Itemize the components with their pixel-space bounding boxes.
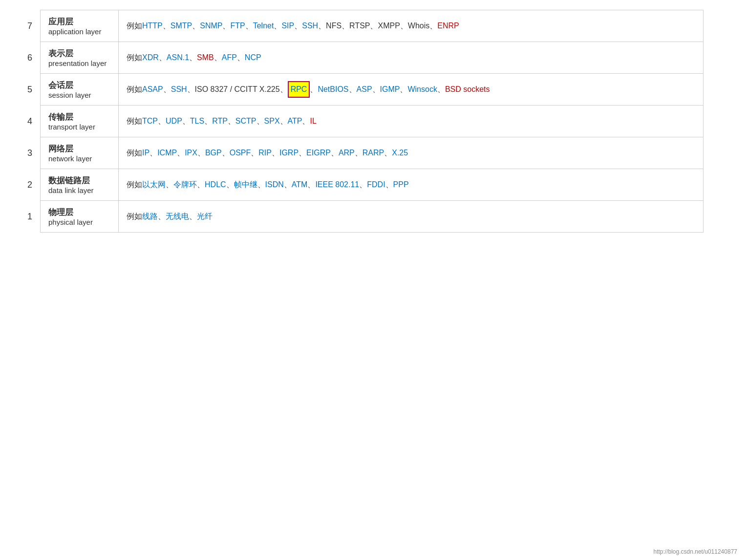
- layer-desc: 例如以太网、令牌环、HDLC、帧中继、ISDN、ATM、IEEE 802.11、…: [119, 169, 704, 201]
- protocol-link[interactable]: 无线电: [166, 212, 189, 220]
- protocol-link[interactable]: RIP: [258, 149, 272, 157]
- layer-desc: 例如ASAP、SSH、ISO 8327 / CCITT X.225、RPC、Ne…: [119, 74, 704, 106]
- table-row: 3网络层network layer例如IP、ICMP、IPX、BGP、OSPF、…: [20, 137, 704, 169]
- layer-number: 1: [20, 201, 41, 233]
- layer-name: 应用层application layer: [41, 10, 119, 42]
- layer-name: 物理层physical layer: [41, 201, 119, 233]
- protocol-link[interactable]: SMB: [197, 53, 214, 62]
- protocol-link[interactable]: SSH: [302, 22, 318, 30]
- layer-name: 表示层presentation layer: [41, 42, 119, 74]
- layer-number: 2: [20, 169, 41, 201]
- protocol-link[interactable]: Winsock: [407, 85, 437, 93]
- layer-en: presentation layer: [48, 59, 110, 67]
- protocol-link[interactable]: SSH: [171, 85, 187, 93]
- table-row: 2数据链路层data link layer例如以太网、令牌环、HDLC、帧中继、…: [20, 169, 704, 201]
- protocol-link[interactable]: SIP: [281, 22, 294, 30]
- table-row: 7应用层application layer例如HTTP、SMTP、SNMP、FT…: [20, 10, 704, 42]
- protocol-link[interactable]: OSPF: [230, 149, 251, 157]
- layer-number: 6: [20, 42, 41, 74]
- table-row: 4传输层transport layer例如TCP、UDP、TLS、RTP、SCT…: [20, 106, 704, 137]
- protocol-link[interactable]: ASAP: [142, 85, 163, 93]
- layer-desc: 例如XDR、ASN.1、SMB、AFP、NCP: [119, 42, 704, 74]
- protocol-link[interactable]: ASP: [357, 85, 372, 93]
- layer-zh: 应用层: [48, 16, 110, 27]
- protocol-link[interactable]: FTP: [230, 22, 245, 30]
- protocol-link[interactable]: 令牌环: [173, 180, 197, 189]
- protocol-link[interactable]: FDDI: [367, 180, 385, 189]
- protocol-link[interactable]: SMTP: [171, 22, 192, 30]
- protocol-link[interactable]: 线路: [142, 212, 158, 220]
- protocol-link[interactable]: SPX: [264, 117, 280, 125]
- rpc-highlighted: RPC: [288, 81, 310, 98]
- layer-zh: 物理层: [48, 207, 110, 218]
- layer-en: transport layer: [48, 123, 110, 131]
- layer-en: application layer: [48, 27, 110, 36]
- protocol-link[interactable]: ICMP: [157, 149, 177, 157]
- layer-zh: 网络层: [48, 143, 110, 154]
- protocol-link[interactable]: ATP: [288, 117, 302, 125]
- layer-desc: 例如TCP、UDP、TLS、RTP、SCTP、SPX、ATP、IL: [119, 106, 704, 137]
- protocol-link[interactable]: PPP: [393, 180, 409, 189]
- protocol-link[interactable]: ATM: [292, 180, 308, 189]
- layer-zh: 数据链路层: [48, 175, 110, 186]
- layer-en: data link layer: [48, 186, 110, 194]
- layer-name: 会话层session layer: [41, 74, 119, 106]
- layer-zh: 表示层: [48, 48, 110, 59]
- protocol-link[interactable]: 光纤: [197, 212, 213, 220]
- osi-table: 7应用层application layer例如HTTP、SMTP、SNMP、FT…: [20, 10, 704, 233]
- protocol-link[interactable]: X.25: [392, 149, 408, 157]
- layer-name: 传输层transport layer: [41, 106, 119, 137]
- protocol-link[interactable]: 帧中继: [234, 180, 257, 189]
- protocol-link[interactable]: Telnet: [253, 22, 274, 30]
- layer-desc: 例如IP、ICMP、IPX、BGP、OSPF、RIP、IGRP、EIGRP、AR…: [119, 137, 704, 169]
- protocol-link[interactable]: TLS: [190, 117, 204, 125]
- protocol-link[interactable]: HTTP: [142, 22, 163, 30]
- protocol-link[interactable]: BSD sockets: [445, 85, 490, 93]
- protocol-link[interactable]: HDLC: [205, 180, 226, 189]
- protocol-link[interactable]: SNMP: [200, 22, 222, 30]
- layer-number: 7: [20, 10, 41, 42]
- layer-number: 5: [20, 74, 41, 106]
- layer-desc: 例如线路、无线电、光纤: [119, 201, 704, 233]
- layer-name: 数据链路层data link layer: [41, 169, 119, 201]
- protocol-link[interactable]: ASN.1: [167, 53, 189, 62]
- protocol-link[interactable]: IGRP: [279, 149, 299, 157]
- protocol-link[interactable]: NetBIOS: [318, 85, 348, 93]
- protocol-link[interactable]: IPX: [185, 149, 197, 157]
- layer-number: 4: [20, 106, 41, 137]
- protocol-link[interactable]: SCTP: [235, 117, 256, 125]
- protocol-link[interactable]: 以太网: [142, 180, 166, 189]
- protocol-link[interactable]: IEEE 802.11: [315, 180, 359, 189]
- layer-name: 网络层network layer: [41, 137, 119, 169]
- layer-number: 3: [20, 137, 41, 169]
- protocol-link[interactable]: IGMP: [380, 85, 400, 93]
- protocol-link[interactable]: AFP: [222, 53, 237, 62]
- layer-zh: 传输层: [48, 111, 110, 123]
- table-row: 1物理层physical layer例如线路、无线电、光纤: [20, 201, 704, 233]
- layer-desc: 例如HTTP、SMTP、SNMP、FTP、Telnet、SIP、SSH、NFS、…: [119, 10, 704, 42]
- layer-en: network layer: [48, 154, 110, 163]
- protocol-link[interactable]: IL: [310, 117, 316, 125]
- protocol-link[interactable]: EIGRP: [306, 149, 331, 157]
- protocol-link[interactable]: RARP: [363, 149, 384, 157]
- protocol-link[interactable]: NCP: [245, 53, 261, 62]
- protocol-link[interactable]: XDR: [142, 53, 159, 62]
- protocol-link[interactable]: RTP: [212, 117, 228, 125]
- protocol-link[interactable]: ARP: [339, 149, 355, 157]
- protocol-link[interactable]: ISDN: [265, 180, 284, 189]
- layer-en: session layer: [48, 91, 110, 99]
- table-row: 5会话层session layer例如ASAP、SSH、ISO 8327 / C…: [20, 74, 704, 106]
- protocol-link[interactable]: ENRP: [437, 22, 459, 30]
- protocol-link[interactable]: UDP: [166, 117, 182, 125]
- protocol-link[interactable]: BGP: [205, 149, 222, 157]
- protocol-link[interactable]: TCP: [142, 117, 158, 125]
- layer-zh: 会话层: [48, 80, 110, 91]
- protocol-link[interactable]: IP: [142, 149, 149, 157]
- layer-en: physical layer: [48, 218, 110, 226]
- table-row: 6表示层presentation layer例如XDR、ASN.1、SMB、AF…: [20, 42, 704, 74]
